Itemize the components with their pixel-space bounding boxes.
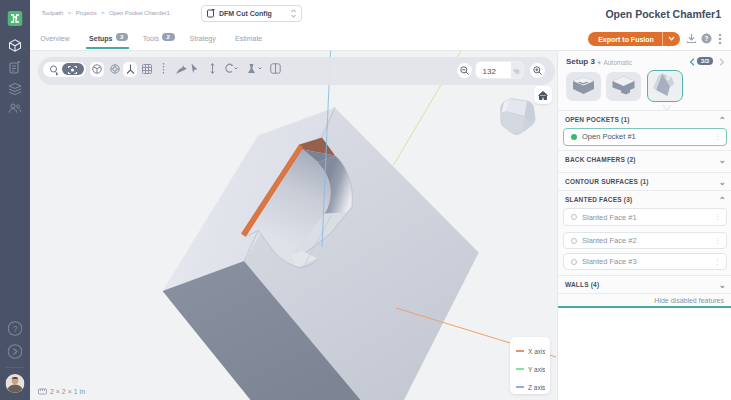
svg-text:Y axis: Y axis <box>528 366 545 373</box>
svg-text:?: ? <box>13 324 18 334</box>
svg-text:Z axis: Z axis <box>528 384 545 391</box>
svg-text:X axis: X axis <box>528 348 545 355</box>
svg-text:?: ? <box>704 35 708 42</box>
